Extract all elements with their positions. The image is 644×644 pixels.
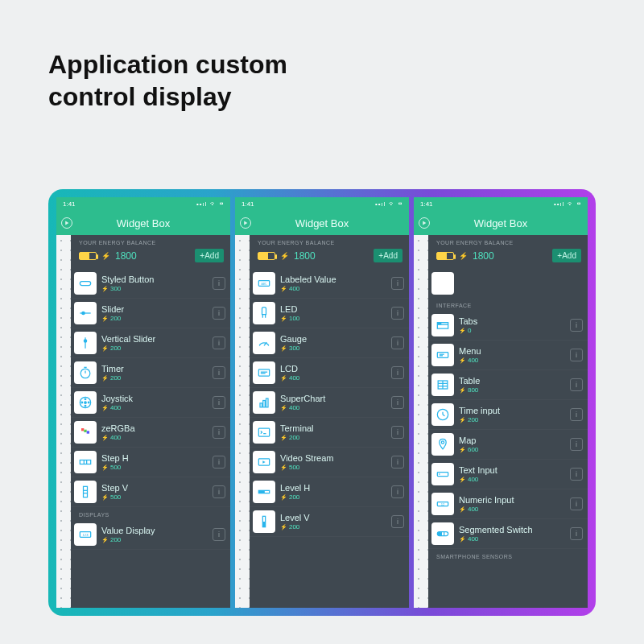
segmented-icon (431, 522, 454, 545)
widget-name: Value Display (101, 526, 208, 536)
widget-panel: YOUR ENERGY BALANCE ⚡ 1800 +Add ABC Labe… (250, 235, 409, 608)
status-icons: ••ıl ᯤ ▭ (375, 200, 402, 208)
info-button[interactable]: i (213, 277, 225, 290)
widget-name: Step V (101, 483, 208, 493)
info-button[interactable]: i (391, 366, 404, 379)
bolt-icon: ⚡ (280, 252, 289, 260)
widget-item[interactable]: Level H 200 i (250, 477, 409, 507)
widget-item[interactable]: Step V 500 i (71, 477, 230, 507)
add-button[interactable]: +Add (374, 249, 402, 262)
widget-name: Terminal (280, 423, 386, 434)
widget-item[interactable]: LED 100 i (250, 299, 409, 328)
svg-point-3 (82, 312, 85, 314)
add-button[interactable]: +Add (552, 249, 581, 262)
vslider-icon (74, 332, 97, 354)
section-label: DISPLAYS (71, 507, 230, 520)
widget-item[interactable]: Level V 200 i (250, 507, 409, 537)
widget-item[interactable]: Step H 500 i (71, 448, 230, 477)
widget-item[interactable]: LCD 400 i (250, 358, 409, 388)
widget-item[interactable]: Slider 200 i (71, 299, 230, 328)
widget-item[interactable]: Time input 200 i (428, 400, 588, 430)
info-button[interactable]: i (391, 485, 404, 498)
svg-point-12 (85, 405, 86, 407)
textinput-icon (431, 463, 454, 485)
info-button[interactable]: i (213, 426, 225, 439)
widget-name: SuperChart (280, 394, 386, 404)
info-button[interactable]: i (570, 527, 583, 540)
widget-list[interactable]: ABC Labeled Value 400 i LED 100 i Gauge … (250, 269, 409, 537)
svg-point-5 (84, 340, 86, 342)
info-button[interactable]: i (570, 378, 583, 391)
info-button[interactable]: i (391, 336, 404, 349)
widget-name: Time input (459, 406, 565, 416)
info-button[interactable]: i (391, 396, 404, 409)
widget-item[interactable]: zeRGBa 400 i (71, 418, 230, 448)
svg-rect-32 (260, 403, 262, 407)
section-label: SMARTPHONE SENSORS (428, 549, 588, 562)
widget-item[interactable]: 12 Numeric Input 400 i (428, 489, 588, 519)
widget-item[interactable]: Segmented Switch 400 i (428, 519, 588, 549)
play-icon[interactable] (240, 217, 251, 229)
widget-item[interactable]: 123 Value Display 200 i (71, 520, 230, 550)
info-button[interactable]: i (391, 277, 404, 290)
info-button[interactable]: i (213, 456, 225, 469)
info-button[interactable]: i (570, 349, 583, 361)
svg-point-14 (88, 402, 89, 403)
svg-text:12: 12 (441, 502, 445, 506)
widget-cost: 200 (280, 523, 386, 530)
info-button[interactable]: i (213, 307, 225, 320)
add-button[interactable]: +Add (195, 249, 224, 262)
widget-item[interactable]: Vertical Slider 200 i (71, 328, 230, 358)
led-icon (253, 302, 275, 324)
widget-item[interactable]: Styled Button 300 i (71, 269, 230, 299)
info-button[interactable]: i (570, 319, 583, 332)
info-button[interactable]: i (570, 497, 583, 510)
balance-amount: 1800 (115, 250, 190, 262)
info-button[interactable]: i (391, 456, 404, 469)
svg-marker-0 (65, 221, 68, 225)
info-button[interactable]: i (213, 485, 225, 498)
svg-rect-42 (262, 522, 265, 527)
info-button[interactable]: i (391, 307, 404, 320)
widget-name: Map (459, 436, 565, 446)
info-button[interactable]: i (391, 426, 404, 439)
widget-cost: 500 (101, 493, 208, 501)
widget-item[interactable]: SuperChart 400 i (250, 388, 409, 418)
svg-point-57 (441, 441, 444, 444)
info-button[interactable]: i (570, 468, 583, 481)
widget-list[interactable]: Styled Button 300 i Slider 200 i Vertica… (71, 269, 230, 550)
widget-item[interactable]: Terminal 200 i (250, 418, 409, 448)
widget-item[interactable]: Joystick 400 i (71, 388, 230, 418)
svg-text:ABC: ABC (262, 283, 267, 286)
widget-item[interactable]: Tabs 0 i (428, 311, 588, 341)
widget-item[interactable]: Video Stream 500 i (250, 448, 409, 477)
svg-rect-18 (84, 486, 88, 497)
screen-title: Widget Box (295, 217, 349, 229)
info-button[interactable]: i (570, 438, 583, 451)
status-bar: 1:41 ••ıl ᯤ ▭ (56, 197, 230, 211)
gauge-icon (253, 332, 275, 354)
value-icon: 123 (74, 523, 97, 546)
svg-marker-23 (244, 221, 247, 225)
svg-marker-38 (262, 460, 265, 463)
balance-label: YOUR ENERGY BALANCE (250, 235, 409, 246)
widget-item[interactable]: Gauge 300 i (250, 328, 409, 358)
info-button[interactable]: i (570, 408, 583, 421)
status-time: 1:41 (420, 200, 433, 208)
info-button[interactable]: i (213, 528, 225, 541)
widget-item[interactable]: Table 800 i (428, 370, 588, 400)
info-button[interactable]: i (213, 336, 225, 349)
widget-item[interactable]: Text Input 400 i (428, 460, 588, 489)
info-button[interactable]: i (391, 515, 404, 528)
info-button[interactable]: i (213, 396, 225, 409)
info-button[interactable]: i (213, 366, 225, 379)
widget-list[interactable]: INTERFACE Tabs 0 i Menu 400 i Table 800 … (428, 269, 588, 562)
widget-cost: 200 (101, 374, 208, 382)
widget-item[interactable]: Menu 400 i (428, 341, 588, 370)
play-icon[interactable] (61, 217, 72, 229)
play-icon[interactable] (419, 217, 430, 229)
widget-item[interactable]: Timer 200 i (71, 358, 230, 388)
widget-item[interactable]: ABC Labeled Value 400 i (250, 269, 409, 299)
terminal-icon (253, 421, 275, 444)
widget-item[interactable]: Map 600 i (428, 430, 588, 460)
